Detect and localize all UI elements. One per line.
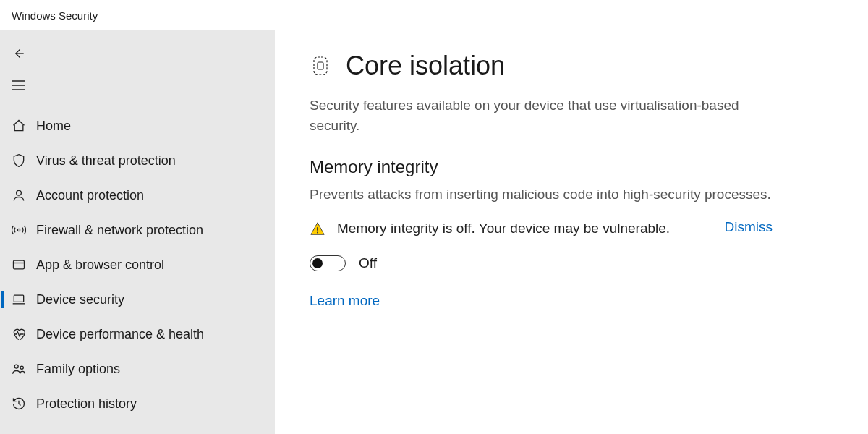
laptop-icon: [12, 292, 36, 307]
heart-pulse-icon: [12, 327, 36, 341]
svg-rect-7: [318, 62, 323, 69]
sidebar-item-performance[interactable]: Device performance & health: [0, 317, 275, 352]
sidebar-item-virus[interactable]: Virus & threat protection: [0, 143, 275, 178]
menu-button[interactable]: [0, 69, 275, 101]
sidebar-item-label: Device security: [36, 292, 124, 307]
person-icon: [12, 188, 36, 203]
sidebar-item-label: Home: [36, 119, 71, 134]
svg-rect-3: [14, 295, 23, 302]
chip-icon: [310, 54, 331, 78]
sidebar-item-history[interactable]: Protection history: [0, 386, 275, 421]
sidebar-item-appbrowser[interactable]: App & browser control: [0, 247, 275, 282]
sidebar-item-label: Protection history: [36, 396, 137, 412]
sidebar-item-firewall[interactable]: Firewall & network protection: [0, 213, 275, 247]
nav-list: Home Virus & threat protection Account p…: [0, 109, 275, 421]
sidebar-item-device[interactable]: Device security: [0, 282, 275, 317]
warning-alert: Memory integrity is off. Your device may…: [310, 219, 773, 239]
titlebar: Windows Security: [0, 0, 868, 30]
shield-icon: [12, 153, 36, 168]
sidebar-item-label: Virus & threat protection: [36, 153, 176, 169]
hamburger-icon: [12, 80, 33, 91]
toggle-state-label: Off: [359, 255, 377, 271]
learn-more-link[interactable]: Learn more: [310, 293, 833, 309]
page-header: Core isolation: [310, 51, 833, 81]
alert-text: Memory integrity is off. Your device may…: [337, 219, 686, 239]
toggle-knob: [312, 258, 323, 268]
sidebar-item-label: Firewall & network protection: [36, 223, 203, 238]
sidebar: Home Virus & threat protection Account p…: [0, 30, 275, 434]
back-arrow-icon: [12, 46, 33, 61]
memory-integrity-toggle[interactable]: [310, 255, 346, 271]
history-icon: [12, 396, 36, 411]
svg-rect-8: [317, 227, 318, 231]
memory-integrity-toggle-row: Off: [310, 255, 833, 271]
sidebar-item-label: Family options: [36, 362, 120, 377]
section-title: Memory integrity: [310, 157, 833, 177]
svg-point-5: [20, 366, 23, 369]
svg-rect-6: [314, 57, 327, 75]
sidebar-item-label: Account protection: [36, 188, 144, 203]
svg-point-1: [17, 229, 20, 231]
section-description: Prevents attacks from inserting maliciou…: [310, 184, 773, 205]
app-title: Windows Security: [12, 9, 98, 22]
app-window-icon: [12, 258, 36, 272]
sidebar-item-label: App & browser control: [36, 258, 164, 273]
back-button[interactable]: [0, 38, 275, 69]
svg-rect-9: [317, 231, 318, 233]
svg-point-4: [14, 365, 18, 368]
warning-icon: [310, 221, 327, 237]
antenna-icon: [12, 223, 36, 237]
dismiss-link[interactable]: Dismiss: [725, 219, 773, 235]
sidebar-item-label: Device performance & health: [36, 327, 204, 342]
sidebar-item-home[interactable]: Home: [0, 109, 275, 143]
sidebar-item-account[interactable]: Account protection: [0, 178, 275, 213]
page-title: Core isolation: [346, 51, 505, 81]
svg-point-0: [17, 190, 22, 195]
sidebar-item-family[interactable]: Family options: [0, 352, 275, 386]
svg-rect-2: [14, 260, 25, 269]
home-icon: [12, 119, 36, 133]
page-description: Security features available on your devi…: [310, 95, 773, 135]
main-content: Core isolation Security features availab…: [275, 30, 868, 434]
people-icon: [12, 362, 36, 376]
